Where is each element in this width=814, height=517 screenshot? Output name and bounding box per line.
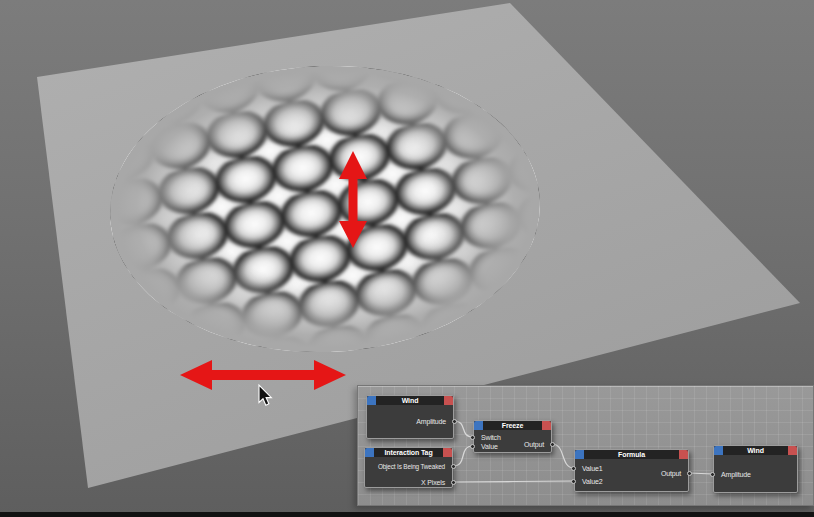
node-titlebar: Interaction Tag xyxy=(365,448,452,457)
output-port-object-is-being-tweaked[interactable] xyxy=(451,464,456,469)
output-port-output[interactable] xyxy=(550,442,555,447)
wire-tag-to-formula-value2 xyxy=(453,481,574,482)
wire-freeze-to-formula xyxy=(552,444,574,468)
input-port-value[interactable] xyxy=(470,444,475,449)
node-chip-blue-icon xyxy=(367,396,376,405)
node-interaction-tag[interactable]: Interaction Tag Object Is Being Tweaked … xyxy=(364,447,453,488)
output-port-amplitude[interactable] xyxy=(452,419,457,424)
node-chip-blue-icon xyxy=(365,448,374,457)
node-chip-red-icon xyxy=(542,421,551,430)
node-title: Freeze xyxy=(483,421,542,430)
node-title: Interaction Tag xyxy=(374,448,443,457)
port-label-x-pixels: X Pixels xyxy=(421,478,445,488)
viewport-3d[interactable]: Wind Amplitude Freeze Switch Value Outpu… xyxy=(0,0,814,517)
output-port-output[interactable] xyxy=(687,471,692,476)
node-chip-blue-icon xyxy=(714,446,723,455)
input-port-value2[interactable] xyxy=(571,479,576,484)
node-title: Formula xyxy=(584,450,679,459)
output-port-x-pixels[interactable] xyxy=(451,480,456,485)
port-label-object-is-being-tweaked: Object Is Being Tweaked xyxy=(378,462,445,472)
node-wind-target[interactable]: Wind Amplitude xyxy=(713,445,798,493)
port-label-value1: Value1 xyxy=(582,464,602,474)
port-label-value2: Value2 xyxy=(582,477,602,487)
node-titlebar: Formula xyxy=(575,450,688,459)
input-port-switch[interactable] xyxy=(470,435,475,440)
window-bottom-edge xyxy=(0,512,814,517)
node-chip-red-icon xyxy=(679,450,688,459)
node-editor-panel[interactable]: Wind Amplitude Freeze Switch Value Outpu… xyxy=(357,385,814,506)
node-wind-source[interactable]: Wind Amplitude xyxy=(366,395,454,439)
wire-tag-to-freeze-value xyxy=(453,446,473,466)
port-label-amplitude: Amplitude xyxy=(721,470,751,480)
node-titlebar: Freeze xyxy=(474,421,551,430)
node-chip-red-icon xyxy=(788,446,797,455)
input-port-value1[interactable] xyxy=(571,466,576,471)
node-chip-red-icon xyxy=(443,448,452,457)
node-title: Wind xyxy=(376,396,444,405)
node-freeze[interactable]: Freeze Switch Value Output xyxy=(473,420,552,453)
node-chip-red-icon xyxy=(444,396,453,405)
node-titlebar: Wind xyxy=(367,396,453,405)
port-label-output: Output xyxy=(661,469,681,479)
node-chip-blue-icon xyxy=(575,450,584,459)
port-label-output: Output xyxy=(524,440,544,450)
port-label-value: Value xyxy=(481,442,498,452)
node-chip-blue-icon xyxy=(474,421,483,430)
node-titlebar: Wind xyxy=(714,446,797,455)
node-title: Wind xyxy=(723,446,788,455)
node-formula[interactable]: Formula Value1 Value2 Output xyxy=(574,449,689,492)
input-port-amplitude[interactable] xyxy=(710,472,715,477)
port-label-amplitude: Amplitude xyxy=(416,417,446,427)
